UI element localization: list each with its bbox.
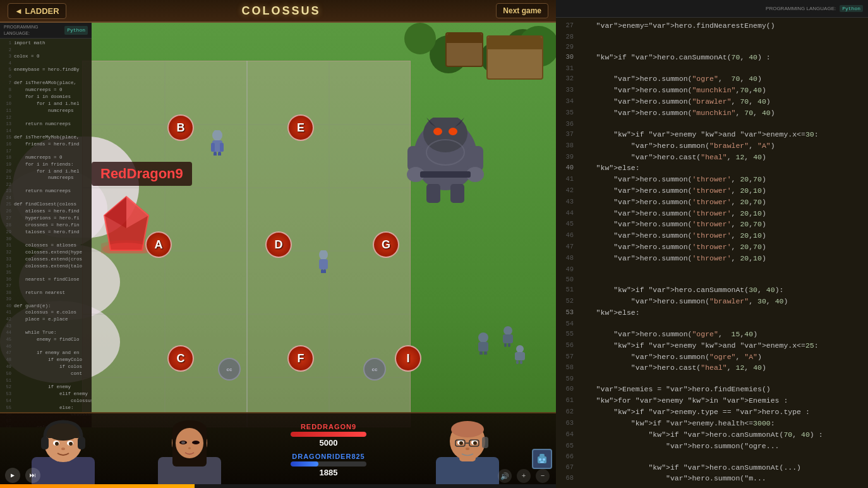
left-code-line: 19 for i in friends: — [1, 161, 89, 168]
svg-point-19 — [319, 250, 328, 260]
code-line-66: 66 — [556, 451, 868, 461]
left-code-line: 43 — [1, 323, 89, 329]
code-line-41: 41 "var">hero.summon('thrower', 20,70) — [556, 174, 868, 185]
svg-rect-20 — [319, 259, 328, 269]
warrior-unit-1 — [208, 130, 226, 159]
svg-rect-53 — [46, 427, 80, 438]
code-line-47: 47 "var">hero.summon('thrower', 20,70) — [556, 241, 868, 253]
player1-hp-value: 5000 — [291, 438, 366, 448]
code-line-63: 63 "kw">if "var">enemy.health<=3000: — [556, 418, 868, 429]
left-code-line: 30 — [1, 236, 89, 242]
svg-rect-15 — [211, 143, 215, 152]
volume-icon[interactable]: 🔊 — [498, 469, 512, 483]
code-line-64: 64 "kw">if "var">hero.canSummonAt(70, 40… — [556, 429, 868, 441]
code-line-50: 50 — [556, 274, 868, 284]
bottom-hud: REDDRAGON9 5000 DRAGONRIDER825 1885 — [0, 412, 556, 488]
svg-rect-34 — [450, 184, 464, 203]
svg-point-27 — [433, 128, 442, 135]
code-line-29: 29 — [556, 42, 868, 52]
svg-rect-18 — [218, 152, 221, 156]
left-code-line: 27 hyperions = hero.fi — [1, 215, 89, 222]
code-line-31: 31 — [556, 63, 868, 73]
next-game-button[interactable]: Next game — [496, 3, 548, 18]
code-line-43: 43 "var">hero.summon('thrower', 20,70) — [556, 197, 868, 208]
code-line-48: 48 "var">hero.summon('thrower', 20,10) — [556, 253, 868, 264]
code-line-68: 68 "var">hero.summon("m... — [556, 473, 868, 484]
code-line-55: 55 "var">hero.summon("ogre", 15,40) — [556, 329, 868, 340]
media-controls[interactable]: ▶ ⏭ — [5, 468, 40, 483]
left-code-line: 4 — [1, 60, 89, 66]
warrior-unit-2 — [316, 250, 331, 276]
skip-button[interactable]: ⏭ — [25, 468, 40, 483]
player1-name: REDDRAGON9 — [291, 423, 366, 430]
small-enemy-1 — [474, 332, 493, 358]
svg-point-68 — [192, 441, 200, 444]
svg-rect-46 — [515, 352, 525, 360]
player2-stat: DRAGONRIDER825 1885 — [291, 453, 366, 477]
building-deco2 — [445, 32, 483, 67]
left-code-line: 47 if enemy and en — [1, 350, 89, 357]
player2-hp-value: 1885 — [291, 468, 366, 477]
unit-badge-g: G — [373, 231, 399, 258]
code-line-49: 49 — [556, 264, 868, 274]
code-line-44: 44 "var">hero.summon('thrower', 20,10) — [556, 208, 868, 219]
zoom-out-icon[interactable]: − — [536, 469, 550, 483]
code-line-30: 30 "kw">if "var">hero.canSummonAt(70, 40… — [556, 52, 868, 63]
svg-rect-22 — [323, 269, 326, 273]
code-line-27: 27 "var">enemy="var">hero.findNearestEne… — [556, 20, 868, 32]
code-line-60: 60 "var">Enemies = "var">hero.findEnemie… — [556, 384, 868, 395]
timeline-bar[interactable] — [0, 484, 556, 488]
left-code-lines: 1import math23colox = 045enemybase = her… — [0, 39, 92, 427]
svg-rect-38 — [478, 342, 488, 351]
right-lang-tab[interactable]: Python — [840, 5, 863, 12]
svg-point-78 — [473, 441, 477, 445]
unit-badge-c: C — [167, 345, 194, 372]
left-code-line: 33 colosses.extend(cros — [1, 256, 89, 263]
right-code-content[interactable]: 27 "var">enemy="var">hero.findNearestEne… — [556, 18, 868, 488]
svg-point-82 — [466, 448, 469, 450]
player1-hp-bar-container — [291, 432, 366, 437]
svg-rect-96 — [539, 454, 545, 457]
play-pause-button[interactable]: ▶ — [5, 468, 20, 483]
svg-rect-59 — [41, 437, 49, 449]
left-code-line: 37 — [1, 283, 89, 289]
left-lang-tab[interactable]: Python — [64, 26, 88, 35]
left-code-line: 32 colosses.extend(hype — [1, 249, 89, 256]
code-line-53: 53 "kw">else: — [556, 307, 868, 319]
code-line-52: 52 "var">hero.summon("brawler", 30, 40) — [556, 296, 868, 307]
left-code-line: 51 — [1, 377, 89, 384]
svg-rect-39 — [479, 351, 483, 355]
bottom-right-icons: 🔊 + − — [498, 469, 550, 483]
code-line-62: 62 "kw">if "var">enemy.type == "var">her… — [556, 406, 868, 418]
svg-rect-33 — [426, 184, 440, 203]
left-code-line: 35 — [1, 269, 89, 276]
left-code-line: 3colox = 0 — [1, 53, 89, 60]
ladder-button[interactable]: ◄ LADDER — [8, 3, 66, 19]
svg-rect-83 — [482, 437, 488, 448]
small-enemy-3 — [512, 345, 528, 368]
player2-hp-bar-container — [291, 461, 366, 467]
player2-hp-bar — [291, 461, 318, 467]
left-code-line: 52 if enemy — [1, 384, 89, 391]
left-code-line: 21 numcreeps — [1, 174, 89, 181]
zoom-in-icon[interactable]: + — [517, 469, 531, 483]
svg-point-56 — [55, 442, 59, 446]
code-line-37: 37 "kw">if "var">enemy "kw">and "var">en… — [556, 129, 868, 140]
svg-rect-21 — [321, 269, 323, 273]
left-code-line: 55 else: — [1, 405, 89, 412]
unit-badge-a: A — [145, 231, 172, 258]
left-code-line: 49 if colos — [1, 363, 89, 370]
svg-point-98 — [543, 458, 545, 461]
face-2 — [126, 412, 253, 488]
code-line-36: 36 — [556, 119, 868, 129]
right-code-header: PROGRAMMING LANGUAGE: Python — [556, 0, 868, 18]
svg-point-57 — [69, 442, 73, 446]
player-avatar-2 — [126, 412, 253, 488]
left-code-line: 41 colossus = e.colos — [1, 309, 89, 316]
cg-icon-1: cc — [218, 358, 241, 381]
svg-point-37 — [478, 332, 488, 343]
svg-rect-48 — [520, 360, 522, 364]
left-code-line: 15def isThereMyMob(place, — [1, 134, 89, 141]
svg-rect-47 — [516, 360, 519, 364]
left-code-line: 5enemybase = hero.findBy — [1, 66, 89, 73]
